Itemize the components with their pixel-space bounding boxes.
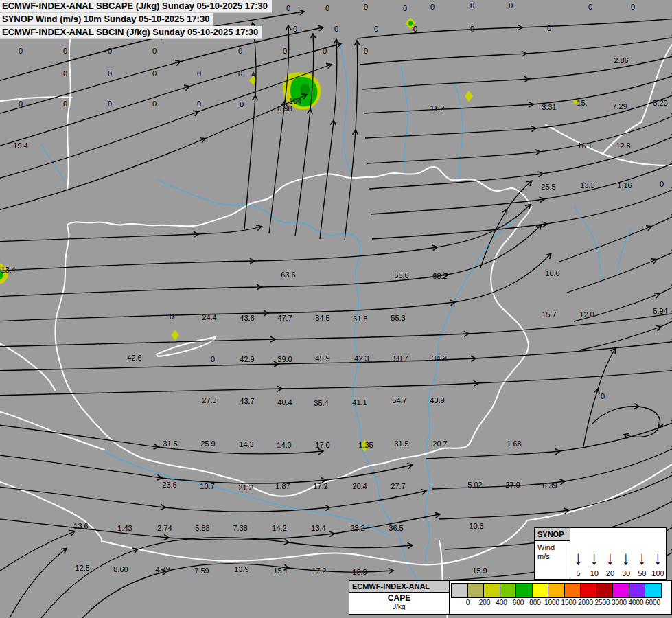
title-line-synop-wind: SYNOP Wind (m/s) 10m Sunday 05-10-2025 1…	[0, 13, 213, 26]
wind-speed-label: 30	[622, 569, 630, 577]
map-title-block: ECMWF-INDEX-ANAL SBCAPE (J/kg) Sunday 05…	[0, 0, 272, 39]
wind-legend-labels: SYNOP Wind m/s	[535, 528, 570, 579]
wind-speed-label: 100	[651, 569, 664, 577]
cape-tick-label: 6000	[645, 599, 660, 606]
cape-legend-unit: J/kg	[349, 603, 449, 610]
cape-color-cell	[483, 583, 500, 598]
wind-speed-column: ↓30	[618, 528, 634, 579]
cape-tick-label: 600	[513, 599, 524, 606]
wind-speed-label: 10	[590, 569, 599, 577]
cape-color-cell	[532, 583, 549, 598]
wind-columns: ↓5↓10↓20↓30↓50↓100	[570, 528, 666, 579]
wind-legend: SYNOP Wind m/s ↓5↓10↓20↓30↓50↓100	[534, 527, 667, 580]
cape-tick-label: 1500	[561, 599, 576, 606]
cape-tick-label: 1000	[544, 599, 559, 606]
cape-tick-label: 200	[479, 599, 491, 606]
wind-arrow-icon: ↓	[575, 547, 583, 571]
cape-tick-label: 400	[496, 599, 507, 606]
cape-color-cell	[612, 583, 629, 598]
wind-speed-column: ↓10	[586, 528, 602, 579]
cape-tick-label: 4000	[628, 599, 643, 606]
cape-color-cell	[548, 583, 565, 598]
cape-legend-title: ECMWF-INDEX-ANAL	[349, 581, 449, 593]
cape-color-cell	[596, 583, 614, 598]
wind-arrow-icon: ↓	[653, 547, 662, 571]
wind-speed-column: ↓50	[634, 528, 650, 579]
cape-tick-label: 2000	[578, 599, 593, 606]
wind-speed-column: ↓100	[650, 528, 666, 579]
wind-speed-label: 5	[577, 569, 581, 577]
wind-speed-column: ↓5	[570, 528, 586, 579]
cape-color-cell	[515, 583, 533, 598]
wind-speed-label: 50	[638, 569, 646, 577]
wind-speed-label: 20	[606, 569, 614, 577]
wind-arrow-icon: ↓	[638, 547, 646, 571]
title-line-sbcape: ECMWF-INDEX-ANAL SBCAPE (J/kg) Sunday 05…	[0, 0, 272, 13]
cape-legend: ECMWF-INDEX-ANAL CAPE J/kg 0200400600800…	[349, 580, 672, 615]
cape-color-cell	[564, 583, 581, 598]
cape-colorbar	[451, 583, 670, 598]
cape-tick-label: 800	[529, 599, 541, 606]
title-line-sbcin: ECMWF-INDEX-ANAL SBCIN (J/kg) Sunday 05-…	[0, 26, 262, 39]
cape-color-cell	[580, 583, 597, 598]
wind-legend-subtitle: Wind	[535, 541, 570, 551]
cape-tick-label: 0	[466, 599, 470, 606]
wind-legend-title: SYNOP	[535, 528, 570, 541]
map-canvas	[0, 0, 672, 618]
wind-arrow-icon: ↓	[590, 547, 599, 571]
wind-speed-column: ↓20	[602, 528, 618, 579]
cape-color-cell	[629, 583, 646, 598]
wind-legend-unit: m/s	[535, 551, 570, 561]
cape-tick-label: 3000	[612, 599, 627, 606]
wind-arrow-icon: ↓	[606, 547, 614, 571]
cape-colorbar-area: 0200400600800100015002000250030004000600…	[450, 581, 671, 614]
cape-color-cell	[451, 583, 468, 598]
cape-legend-labels: ECMWF-INDEX-ANAL CAPE J/kg	[349, 581, 450, 614]
weather-map: 0000000000000000000000000000000000000000…	[0, 0, 672, 618]
cape-tick-label: 2500	[594, 599, 610, 606]
cape-color-cell	[645, 583, 662, 598]
cape-ticks: 0200400600800100015002000250030004000600…	[451, 598, 670, 609]
cape-legend-name: CAPE	[349, 593, 449, 603]
cape-color-cell	[467, 583, 485, 598]
cape-color-cell	[500, 583, 517, 598]
wind-arrow-icon: ↓	[622, 547, 630, 571]
